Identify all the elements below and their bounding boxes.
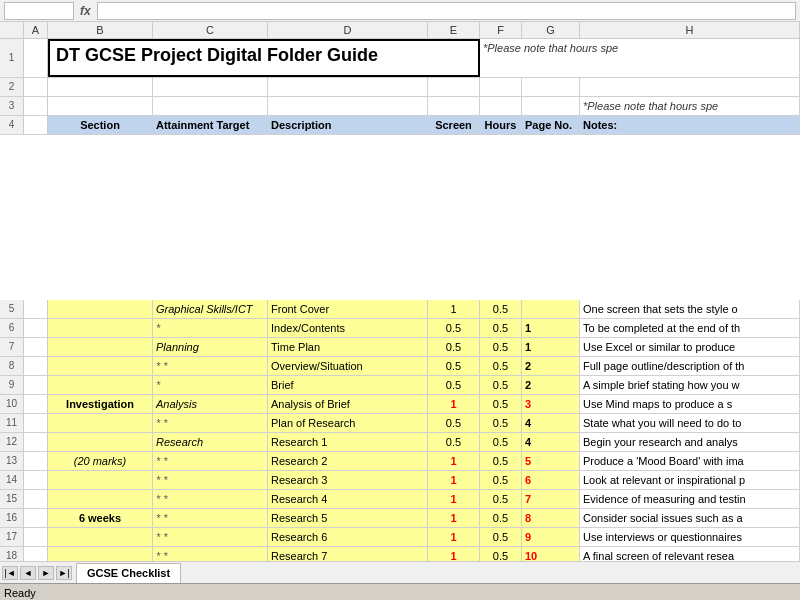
tab-nav-next[interactable]: ► <box>38 566 54 580</box>
cell-pageno[interactable]: 2 <box>522 357 580 375</box>
cell-pageno[interactable]: 2 <box>522 376 580 394</box>
cell-section[interactable] <box>48 319 153 337</box>
cell-hours[interactable]: 0.5 <box>480 338 522 356</box>
cell-hours[interactable]: 0.5 <box>480 509 522 527</box>
cell-description[interactable]: Research 2 <box>268 452 428 470</box>
cell-a[interactable] <box>24 300 48 318</box>
cell-description[interactable]: Index/Contents <box>268 319 428 337</box>
cell-description[interactable]: Research 6 <box>268 528 428 546</box>
cell-notes[interactable]: Use Mind maps to produce a s <box>580 395 800 413</box>
cell-a3[interactable] <box>24 97 48 115</box>
cell-hours[interactable]: 0.5 <box>480 471 522 489</box>
cell-hours[interactable]: 0.5 <box>480 452 522 470</box>
tab-navigation[interactable]: |◄ ◄ ► ►| <box>2 566 72 580</box>
cell-pageno[interactable]: 4 <box>522 414 580 432</box>
cell-hours[interactable]: 0.5 <box>480 547 522 561</box>
cell-hours[interactable]: 0.5 <box>480 376 522 394</box>
cell-a[interactable] <box>24 490 48 508</box>
cell-attainment[interactable]: * * <box>153 528 268 546</box>
col-header-d[interactable]: D <box>268 22 428 38</box>
col-header-h[interactable]: H <box>580 22 800 38</box>
cell-section[interactable] <box>48 414 153 432</box>
col-header-c[interactable]: C <box>153 22 268 38</box>
tab-nav-first[interactable]: |◄ <box>2 566 18 580</box>
cell-pageno[interactable]: 1 <box>522 338 580 356</box>
cell-a[interactable] <box>24 509 48 527</box>
cell-screen[interactable]: 1 <box>428 547 480 561</box>
cell-hours[interactable]: 0.5 <box>480 357 522 375</box>
cell-attainment[interactable]: * * <box>153 357 268 375</box>
col-header-g[interactable]: G <box>522 22 580 38</box>
cell-a[interactable] <box>24 357 48 375</box>
cell-description[interactable]: Analysis of Brief <box>268 395 428 413</box>
cell-notes[interactable]: Produce a 'Mood Board' with ima <box>580 452 800 470</box>
cell-description[interactable]: Research 3 <box>268 471 428 489</box>
cell-screen[interactable]: 1 <box>428 471 480 489</box>
cell-e2[interactable] <box>428 78 480 96</box>
cell-a[interactable] <box>24 319 48 337</box>
cell-section[interactable]: Investigation <box>48 395 153 413</box>
cell-c3[interactable] <box>153 97 268 115</box>
cell-e3[interactable] <box>428 97 480 115</box>
cell-description[interactable]: Time Plan <box>268 338 428 356</box>
cell-attainment[interactable]: * <box>153 376 268 394</box>
cell-f2[interactable] <box>480 78 522 96</box>
formula-input[interactable]: Copyright © 2017 Paul Woodward. All righ… <box>97 2 796 20</box>
tab-nav-prev[interactable]: ◄ <box>20 566 36 580</box>
cell-screen[interactable]: 0.5 <box>428 357 480 375</box>
sheet-tab-gcse-checklist[interactable]: GCSE Checklist <box>76 563 181 583</box>
cell-attainment[interactable]: * <box>153 319 268 337</box>
cell-pageno[interactable]: 1 <box>522 319 580 337</box>
cell-b2[interactable] <box>48 78 153 96</box>
cell-hours[interactable]: 0.5 <box>480 433 522 451</box>
cell-reference-box[interactable]: A70 <box>4 2 74 20</box>
cell-a[interactable] <box>24 414 48 432</box>
cell-pageno[interactable]: 8 <box>522 509 580 527</box>
cell-hours[interactable]: 0.5 <box>480 414 522 432</box>
cell-a[interactable] <box>24 395 48 413</box>
cell-screen[interactable]: 1 <box>428 452 480 470</box>
cell-notes[interactable]: Consider social issues such as a <box>580 509 800 527</box>
cell-screen[interactable]: 0.5 <box>428 414 480 432</box>
cell-screen[interactable]: 1 <box>428 509 480 527</box>
cell-c2[interactable] <box>153 78 268 96</box>
cell-pageno[interactable]: 10 <box>522 547 580 561</box>
cell-section[interactable] <box>48 471 153 489</box>
cell-notes[interactable]: A simple brief stating how you w <box>580 376 800 394</box>
cell-a4[interactable] <box>24 116 48 134</box>
cell-attainment[interactable]: * * <box>153 509 268 527</box>
col-header-a[interactable]: A <box>24 22 48 38</box>
cell-screen[interactable]: 1 <box>428 528 480 546</box>
cell-screen[interactable]: 1 <box>428 300 480 318</box>
cell-a[interactable] <box>24 471 48 489</box>
cell-a2[interactable] <box>24 78 48 96</box>
cell-pageno[interactable]: 4 <box>522 433 580 451</box>
cell-screen[interactable]: 0.5 <box>428 433 480 451</box>
cell-section[interactable] <box>48 376 153 394</box>
cell-notes[interactable]: Use Excel or similar to produce <box>580 338 800 356</box>
cell-description[interactable]: Research 7 <box>268 547 428 561</box>
col-header-b[interactable]: B <box>48 22 153 38</box>
cell-pageno[interactable] <box>522 300 580 318</box>
cell-attainment[interactable]: Research <box>153 433 268 451</box>
cell-section[interactable] <box>48 357 153 375</box>
cell-hours[interactable]: 0.5 <box>480 490 522 508</box>
cell-attainment[interactable]: Planning <box>153 338 268 356</box>
cell-g3[interactable] <box>522 97 580 115</box>
cell-attainment[interactable]: * * <box>153 452 268 470</box>
cell-hours[interactable]: 0.5 <box>480 395 522 413</box>
cell-attainment[interactable]: * * <box>153 414 268 432</box>
cell-screen[interactable]: 0.5 <box>428 338 480 356</box>
cell-section[interactable] <box>48 338 153 356</box>
cell-hours[interactable]: 0.5 <box>480 300 522 318</box>
cell-notes[interactable]: Evidence of measuring and testin <box>580 490 800 508</box>
cell-b3[interactable] <box>48 97 153 115</box>
cell-description[interactable]: Research 4 <box>268 490 428 508</box>
cell-description[interactable]: Front Cover <box>268 300 428 318</box>
cell-pageno[interactable]: 9 <box>522 528 580 546</box>
cell-attainment[interactable]: * * <box>153 490 268 508</box>
cell-notes[interactable]: Full page outline/description of th <box>580 357 800 375</box>
cell-section[interactable]: 6 weeks <box>48 509 153 527</box>
cell-notes[interactable]: State what you will need to do to <box>580 414 800 432</box>
cell-pageno[interactable]: 3 <box>522 395 580 413</box>
